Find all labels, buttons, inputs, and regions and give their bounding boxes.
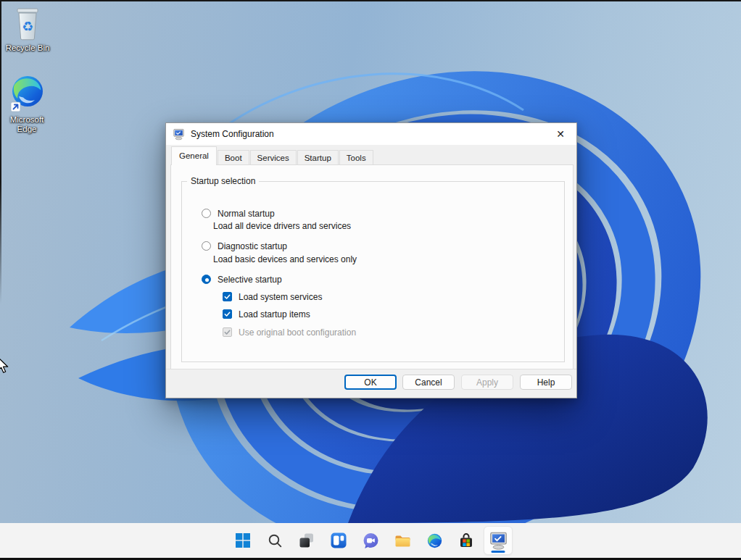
dialog-titlebar[interactable]: System Configuration ✕ bbox=[166, 123, 576, 145]
task-view-icon bbox=[299, 532, 315, 548]
tab-page-general: Startup selection Normal startup Load al… bbox=[170, 164, 574, 371]
system-configuration-icon bbox=[489, 531, 508, 551]
file-explorer-icon bbox=[394, 532, 411, 549]
tab-services[interactable]: Services bbox=[250, 150, 297, 165]
cancel-button[interactable]: Cancel bbox=[402, 375, 455, 390]
edge-icon bbox=[9, 75, 45, 114]
store-icon bbox=[458, 532, 474, 548]
radio-label: Selective startup bbox=[218, 275, 282, 285]
taskbar-task-view-button[interactable] bbox=[292, 526, 321, 555]
radio-diagnostic-startup[interactable]: Diagnostic startup bbox=[202, 241, 287, 251]
desktop-icon-label: Microsoft Edge bbox=[3, 115, 51, 133]
close-button[interactable]: ✕ bbox=[545, 123, 576, 145]
close-icon: ✕ bbox=[556, 128, 565, 140]
radio-label: Normal startup bbox=[218, 209, 275, 219]
dialog-title: System Configuration bbox=[191, 129, 274, 139]
tab-strip: General Boot Services Startup Tools bbox=[166, 145, 576, 165]
checkbox-label: Load startup items bbox=[239, 309, 310, 319]
checkbox-label: Load system services bbox=[239, 292, 322, 302]
recycle-bin-icon: ♻ bbox=[13, 6, 42, 42]
checkbox-checked-disabled-icon bbox=[223, 327, 232, 337]
radio-selective-startup[interactable]: Selective startup bbox=[202, 274, 282, 285]
edge-icon bbox=[426, 532, 443, 549]
taskbar-search-button[interactable] bbox=[260, 526, 289, 555]
checkbox-load-system-services[interactable]: Load system services bbox=[223, 291, 322, 302]
checkbox-use-original-boot-configuration: Use original boot configuration bbox=[223, 327, 356, 338]
checkbox-load-startup-items[interactable]: Load startup items bbox=[223, 309, 310, 319]
taskbar-chat-button[interactable] bbox=[356, 526, 385, 555]
checkbox-checked-icon bbox=[223, 309, 232, 319]
radio-indicator-checked bbox=[202, 275, 211, 284]
tab-startup[interactable]: Startup bbox=[297, 150, 339, 165]
radio-indicator bbox=[202, 241, 211, 251]
taskbar-store-button[interactable] bbox=[452, 526, 481, 555]
widgets-icon bbox=[331, 532, 347, 548]
desktop-icon-microsoft-edge[interactable]: Microsoft Edge bbox=[3, 75, 51, 133]
taskbar-widgets-button[interactable] bbox=[324, 526, 353, 555]
taskbar: 09:51 23/08/2021 2 bbox=[0, 523, 741, 558]
recycle-glyph: ♻ bbox=[22, 19, 33, 34]
tab-tools[interactable]: Tools bbox=[339, 150, 373, 165]
desktop-icon-label: Recycle Bin bbox=[4, 43, 51, 53]
shortcut-arrow-icon bbox=[11, 102, 20, 112]
tab-boot[interactable]: Boot bbox=[218, 150, 249, 165]
startup-selection-group: Normal startup Load all device drivers a… bbox=[181, 181, 565, 362]
taskbar-system-configuration-button[interactable] bbox=[484, 526, 513, 555]
search-icon bbox=[268, 533, 283, 548]
checkbox-checked-icon bbox=[223, 292, 232, 301]
tab-general[interactable]: General bbox=[171, 146, 217, 165]
checkbox-label: Use original boot configuration bbox=[239, 327, 356, 338]
radio-indicator bbox=[202, 209, 211, 218]
desktop-screen: ♻ Recycle Bin Microsoft Edge bbox=[0, 0, 741, 560]
dialog-button-bar: OK Cancel Apply Help bbox=[166, 369, 576, 398]
desktop-icon-recycle-bin[interactable]: ♻ Recycle Bin bbox=[4, 6, 51, 53]
taskbar-file-explorer-button[interactable] bbox=[388, 526, 417, 555]
start-icon bbox=[235, 532, 251, 548]
taskbar-start-button[interactable] bbox=[228, 526, 257, 555]
help-button[interactable]: Help bbox=[520, 375, 572, 390]
active-app-indicator bbox=[492, 551, 505, 553]
screen-edge-left bbox=[0, 0, 1, 304]
system-configuration-dialog: System Configuration ✕ General Boot Serv… bbox=[165, 122, 577, 398]
group-label: Startup selection bbox=[187, 176, 259, 186]
radio-label: Diagnostic startup bbox=[218, 241, 287, 251]
radio-normal-startup[interactable]: Normal startup bbox=[202, 208, 275, 219]
radio-description: Load basic devices and services only bbox=[213, 254, 357, 264]
chat-icon bbox=[363, 532, 379, 549]
taskbar-edge-button[interactable] bbox=[420, 526, 449, 555]
ok-button[interactable]: OK bbox=[344, 375, 397, 390]
system-configuration-icon bbox=[173, 128, 185, 141]
radio-description: Load all device drivers and services bbox=[213, 221, 351, 231]
apply-button: Apply bbox=[461, 375, 513, 390]
taskbar-center-icons bbox=[228, 526, 513, 555]
screen-edge-top bbox=[0, 0, 741, 1]
